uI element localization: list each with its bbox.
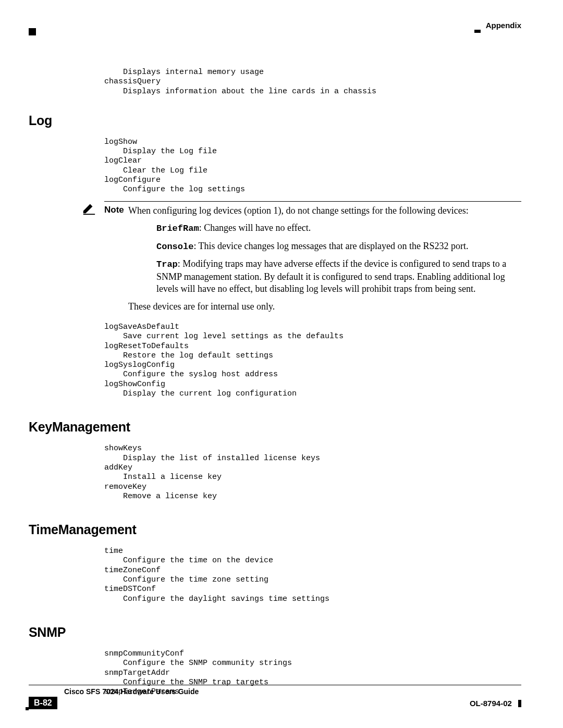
log-code-block-1: logShow Display the Log file logClear Cl… xyxy=(104,138,521,195)
section-heading-log: Log xyxy=(29,113,521,128)
decorative-bar xyxy=(518,700,521,707)
page-header: Appendix xyxy=(29,21,521,35)
section-heading-timemgmt: TimeManagement xyxy=(29,522,521,537)
header-appendix-label: Appendix xyxy=(486,21,521,30)
page-footer: Cisco SFS 7024 Hardware Users Guide B-82… xyxy=(29,685,521,710)
section-heading-snmp: SNMP xyxy=(29,625,521,640)
decorative-bar xyxy=(474,30,481,33)
doc-number: OL-8794-02 xyxy=(470,699,512,708)
note-tail: These devices are for internal use only. xyxy=(128,301,275,312)
svg-marker-0 xyxy=(83,204,93,213)
note-block: Note When configuring log devices (optio… xyxy=(104,201,521,318)
keymgmt-code-block: showKeys Display the list of installed l… xyxy=(104,444,521,501)
timemgmt-code-block: time Configure the time on the device ti… xyxy=(104,547,521,604)
note-label: Note xyxy=(104,205,128,215)
footer-title: Cisco SFS 7024 Hardware Users Guide xyxy=(64,687,521,696)
note-body: When configuring log devices (option 1),… xyxy=(128,205,521,318)
note-trap-text: : Modifying traps may have adverse effec… xyxy=(156,258,506,294)
decorative-box xyxy=(26,707,29,710)
note-rule xyxy=(104,201,521,202)
decorative-box xyxy=(29,28,36,35)
page-number: B-82 xyxy=(29,697,57,709)
footer-rule xyxy=(29,685,521,685)
intro-code-block: Displays internal memory usage chassisQu… xyxy=(104,68,521,96)
section-heading-keymgmt: KeyManagement xyxy=(29,419,521,435)
note-intro: When configuring log devices (option 1),… xyxy=(128,205,469,216)
note-trap-cmd: Trap xyxy=(156,260,178,269)
note-briefram-cmd: BriefRam xyxy=(156,224,199,233)
note-console-cmd: Console xyxy=(156,242,193,252)
log-code-block-2: logSaveAsDefault Save current log level … xyxy=(104,323,521,399)
note-briefram-text: : Changes will have no effect. xyxy=(199,223,311,233)
note-console-text: : This device changes log messages that … xyxy=(193,241,468,251)
pencil-icon xyxy=(81,201,97,216)
